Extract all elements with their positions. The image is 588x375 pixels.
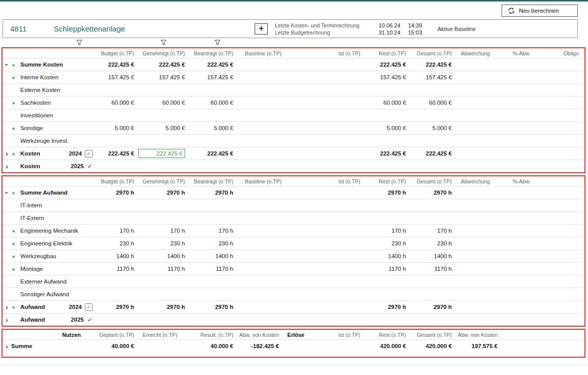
value-cell <box>363 109 409 122</box>
value-cell: 230 h <box>363 237 409 250</box>
value-cell <box>363 199 409 212</box>
table-row[interactable]: ▲Interne Kosten157.425 €157.425 €157.425… <box>3 71 582 84</box>
year-label: 2024 <box>69 304 82 310</box>
value-cell <box>493 237 534 250</box>
column-header[interactable]: Rest (o.TP) <box>363 330 409 340</box>
chevron-right-icon[interactable]: › <box>3 343 11 350</box>
table-row[interactable]: ›Summe40.000 €40.000 €-182.425 €420.000 … <box>3 340 582 353</box>
active-baseline-label: Aktive Baseline <box>438 26 476 32</box>
column-header[interactable]: Abweichung <box>455 48 493 58</box>
value-cell: 2970 h <box>188 301 236 314</box>
table-row[interactable]: ›▲Kosten2024✓222.425 €222.425 €222.425 €… <box>3 147 582 160</box>
column-header[interactable]: Ist (o.TP) <box>285 48 363 58</box>
value-cell <box>99 160 137 173</box>
column-header[interactable]: Abw. von Kosten <box>236 330 282 340</box>
column-header[interactable]: Erreicht (o.TP) <box>137 330 180 340</box>
cell-value: 222.425 € <box>159 61 185 68</box>
value-cell <box>236 275 285 288</box>
table-row[interactable]: ▲Werkzeugbau1400 h1400 h1400 h1400 h1400… <box>3 250 582 263</box>
row-label-cell: ▲Sachkosten <box>3 97 99 109</box>
cell-value: 5.000 € <box>166 125 185 131</box>
row-label: IT-Intern <box>20 202 42 208</box>
green-triangle-icon: ▲ <box>11 254 20 259</box>
cell-value: 2970 h <box>215 190 233 196</box>
column-header[interactable]: Nutzen <box>3 330 84 340</box>
recalculate-button[interactable]: Neu berechnen <box>502 5 578 17</box>
column-header[interactable]: Geplant (o.TP) <box>84 330 137 340</box>
column-header[interactable]: Gesamt (o.TP) <box>409 176 455 186</box>
column-header[interactable]: Rest (o.TP) <box>363 48 409 58</box>
column-header[interactable]: Beantragt (o.TP) <box>188 176 236 186</box>
checkmark-icon[interactable]: ✓ <box>87 316 92 323</box>
green-triangle-icon: ▲ <box>11 101 20 105</box>
green-triangle-icon: ▲ <box>11 229 20 233</box>
column-header[interactable]: Genehmigt (o.TP) <box>137 48 188 58</box>
refresh-icon <box>508 7 515 14</box>
filter-funnel-icon[interactable] <box>161 40 167 46</box>
chevron-right-icon[interactable]: › <box>3 150 11 157</box>
column-header[interactable]: %-Abw. <box>493 48 534 58</box>
table-row[interactable]: Externe Kosten <box>3 84 582 97</box>
column-header[interactable]: Ist (o.TP) <box>307 330 363 340</box>
value-cell <box>409 135 455 147</box>
table-row[interactable]: ›▲Summe Aufwand2970 h2970 h2970 h2970 h2… <box>3 186 582 199</box>
expand-button[interactable]: + <box>255 23 268 35</box>
table-row[interactable]: ›▲Aufwand2024✓2970 h2970 h2970 h2970 h29… <box>3 301 582 314</box>
column-header[interactable]: Baseline (o.TP) <box>236 48 285 58</box>
chevron-down-icon[interactable]: › <box>4 60 10 69</box>
table-row[interactable]: ›▲Summe Kosten222.425 €222.425 €222.425 … <box>3 58 582 71</box>
column-header[interactable]: Abw. von Kosten <box>455 330 501 340</box>
cell-value: 2970 h <box>388 304 406 310</box>
table-row[interactable]: IT-Extern <box>3 212 582 225</box>
column-header[interactable]: Result. (o.TP) <box>180 330 236 340</box>
value-cell <box>137 288 188 301</box>
table-row[interactable]: Externer Aufwand <box>3 275 582 288</box>
cell-value: 222.425 € <box>426 150 452 157</box>
column-header[interactable]: %-Abw. <box>493 176 534 186</box>
filter-funnel-icon[interactable] <box>214 40 221 46</box>
chevron-right-icon[interactable]: › <box>3 317 11 323</box>
nutzen-grid: NutzenGeplant (o.TP)Erreicht (o.TP)Resul… <box>3 330 582 352</box>
editable-value-field[interactable]: 222.425 € <box>138 149 185 158</box>
table-row[interactable]: ›Aufwand2025✓ <box>3 314 582 326</box>
column-header[interactable]: Rest (o.TP) <box>363 176 409 186</box>
column-header[interactable]: Genehmigt (o.TP) <box>137 176 188 186</box>
chevron-right-icon[interactable]: › <box>3 163 11 170</box>
value-cell <box>409 288 455 301</box>
checkmark-icon[interactable]: ✓ <box>87 163 92 170</box>
chevron-down-icon[interactable]: › <box>4 189 10 197</box>
column-header[interactable]: Abweichung <box>455 176 493 186</box>
value-cell: 60.000 € <box>99 97 137 109</box>
column-header[interactable]: Gesamt (o.TP) <box>409 48 455 58</box>
year-label: 2024 <box>69 150 82 157</box>
filter-funnel-icon[interactable] <box>76 40 82 46</box>
column-header[interactable]: Budget (o.TP) <box>99 176 137 186</box>
column-header[interactable]: Beantragt (o.TP) <box>188 48 236 58</box>
table-row[interactable]: ▲Engineering Elektrik230 h230 h230 h230 … <box>3 237 582 250</box>
column-header[interactable]: Baseline (o.TP) <box>236 176 285 186</box>
column-header[interactable]: Gesamt (o.TP) <box>409 330 455 340</box>
column-header[interactable]: Budget (o.TP) <box>99 48 137 58</box>
table-row[interactable]: ▲Sonstige5.000 €5.000 €5.000 €5.000 €5.0… <box>3 122 582 135</box>
cell-value: 1400 h <box>434 253 452 259</box>
value-cell <box>137 212 188 225</box>
column-header[interactable]: Obligo <box>534 48 582 58</box>
row-label-cell: Externer Aufwand <box>3 275 99 288</box>
table-row[interactable]: Werkzeuge Invest. <box>3 135 582 147</box>
value-cell <box>493 160 534 173</box>
table-row[interactable]: Investitionen <box>3 109 582 122</box>
table-row[interactable]: ▲Sachkosten60.000 €60.000 €60.000 €60.00… <box>3 97 582 109</box>
table-row[interactable]: ›Kosten2025✓ <box>3 160 582 173</box>
column-header[interactable]: Ist (o.TP) <box>285 176 363 186</box>
column-header[interactable]: Erlöse <box>282 330 307 340</box>
chevron-right-icon[interactable]: › <box>3 304 11 310</box>
year-checkbox[interactable]: ✓ <box>85 303 92 311</box>
table-row[interactable]: IT-Intern <box>3 199 582 212</box>
year-checkbox[interactable]: ✓ <box>85 150 92 158</box>
cell-value: 420.000 € <box>380 343 406 349</box>
table-row[interactable]: Sonstiger Aufwand <box>3 288 582 301</box>
value-cell <box>534 122 582 135</box>
table-row[interactable]: ▲Montage1170 h1170 h1170 h1170 h1170 h <box>3 263 582 275</box>
table-row[interactable]: ▲Engineering Mechanik170 h170 h170 h170 … <box>3 225 582 237</box>
cell-value: 222.425 € <box>207 61 233 68</box>
